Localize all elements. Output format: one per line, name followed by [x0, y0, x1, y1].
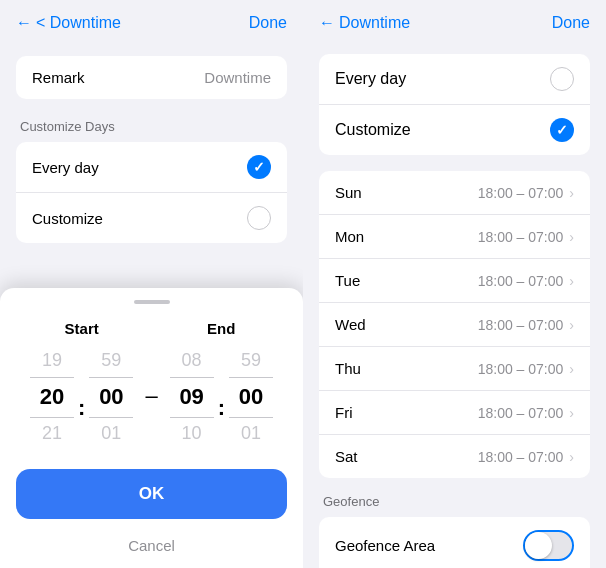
toggle-knob: [525, 532, 552, 559]
every-day-option-label: Every day: [335, 70, 406, 88]
sheet-handle: [134, 300, 170, 304]
day-label-wed: Wed: [335, 316, 375, 333]
day-time-tue: 18:00 – 07:00 ›: [478, 273, 574, 289]
chevron-right-icon: ›: [569, 229, 574, 245]
chevron-right-icon: ›: [569, 273, 574, 289]
every-day-check-icon: [247, 155, 271, 179]
left-back-arrow-icon: ←: [16, 14, 32, 32]
day-row-sat[interactable]: Sat 18:00 – 07:00 ›: [319, 435, 590, 478]
chevron-right-icon: ›: [569, 405, 574, 421]
end-label: End: [207, 320, 235, 337]
end-hour-selected[interactable]: 09: [170, 377, 214, 418]
remark-row[interactable]: Remark Downtime: [16, 56, 287, 99]
day-row-mon[interactable]: Mon 18:00 – 07:00 ›: [319, 215, 590, 259]
right-content: Every day Customize Sun 18:00 – 07:00 › …: [303, 46, 606, 568]
end-section: End 08 09 10 : 59 00 01: [170, 320, 273, 449]
start-min-column: 59 00 01: [89, 345, 133, 449]
geofence-section-label: Geofence: [319, 494, 590, 509]
days-group: Sun 18:00 – 07:00 › Mon 18:00 – 07:00 › …: [319, 171, 590, 478]
day-row-thu[interactable]: Thu 18:00 – 07:00 ›: [319, 347, 590, 391]
left-header: ← < Downtime Done: [0, 0, 303, 46]
day-row-sun[interactable]: Sun 18:00 – 07:00 ›: [319, 171, 590, 215]
end-min-below: 01: [241, 418, 261, 449]
customize-days-label: Customize Days: [16, 119, 287, 134]
end-colon: :: [214, 395, 229, 421]
chevron-right-icon: ›: [569, 185, 574, 201]
start-hour-selected[interactable]: 20: [30, 377, 74, 418]
customize-label: Customize: [32, 210, 103, 227]
day-time-mon: 18:00 – 07:00 ›: [478, 229, 574, 245]
day-label-tue: Tue: [335, 272, 375, 289]
left-back-button[interactable]: ← < Downtime: [16, 14, 121, 32]
day-label-sat: Sat: [335, 448, 375, 465]
customize-option[interactable]: Customize: [16, 193, 287, 243]
right-back-label: Downtime: [339, 14, 410, 32]
right-back-button[interactable]: ← Downtime: [319, 14, 410, 32]
start-label: Start: [65, 320, 99, 337]
every-day-label: Every day: [32, 159, 99, 176]
geofence-toggle[interactable]: [523, 530, 574, 561]
geofence-area-row: Geofence Area: [319, 517, 590, 568]
day-row-tue[interactable]: Tue 18:00 – 07:00 ›: [319, 259, 590, 303]
left-back-label: < Downtime: [36, 14, 121, 32]
day-label-thu: Thu: [335, 360, 375, 377]
cancel-button[interactable]: Cancel: [0, 527, 303, 568]
right-header: ← Downtime < Downtime Done: [303, 0, 606, 46]
customize-row[interactable]: Customize: [319, 105, 590, 155]
end-min-column: 59 00 01: [229, 345, 273, 449]
geofence-group: Geofence Area Turn on "Geofence Area" to…: [319, 517, 590, 568]
time-picker: Start 19 20 21 : 59 00 01 –: [0, 320, 303, 449]
chevron-right-icon: ›: [569, 317, 574, 333]
day-time-thu: 18:00 – 07:00 ›: [478, 361, 574, 377]
start-hour-below: 21: [42, 418, 62, 449]
day-label-fri: Fri: [335, 404, 375, 421]
geofence-area-label: Geofence Area: [335, 537, 435, 554]
chevron-right-icon: ›: [569, 361, 574, 377]
end-min-selected[interactable]: 00: [229, 377, 273, 418]
option-group: Every day Customize: [16, 142, 287, 243]
end-min-above: 59: [241, 345, 261, 376]
remark-value: Downtime: [204, 69, 271, 86]
every-day-row[interactable]: Every day: [319, 54, 590, 105]
day-time-sun: 18:00 – 07:00 ›: [478, 185, 574, 201]
chevron-right-icon: ›: [569, 449, 574, 465]
every-day-radio-icon: [550, 67, 574, 91]
day-row-fri[interactable]: Fri 18:00 – 07:00 ›: [319, 391, 590, 435]
customize-option-label: Customize: [335, 121, 411, 139]
start-hour-column: 19 20 21: [30, 345, 74, 449]
end-hour-below: 10: [182, 418, 202, 449]
start-min-selected[interactable]: 00: [89, 377, 133, 418]
day-label-mon: Mon: [335, 228, 375, 245]
day-row-wed[interactable]: Wed 18:00 – 07:00 ›: [319, 303, 590, 347]
start-colon: :: [74, 395, 89, 421]
start-hour-above: 19: [42, 345, 62, 376]
end-hour-column: 08 09 10: [170, 345, 214, 449]
left-content: Remark Downtime Customize Days Every day…: [0, 46, 303, 253]
customize-radio-icon: [550, 118, 574, 142]
left-done-button[interactable]: Done: [249, 14, 287, 32]
day-time-fri: 18:00 – 07:00 ›: [478, 405, 574, 421]
remark-label: Remark: [32, 69, 85, 86]
right-panel: ← Downtime < Downtime Done Every day Cus…: [303, 0, 606, 568]
start-min-above: 59: [101, 345, 121, 376]
start-min-below: 01: [101, 418, 121, 449]
time-picker-sheet: Start 19 20 21 : 59 00 01 –: [0, 288, 303, 568]
end-hour-above: 08: [182, 345, 202, 376]
ok-button[interactable]: OK: [16, 469, 287, 519]
day-time-wed: 18:00 – 07:00 ›: [478, 317, 574, 333]
right-done-button[interactable]: Done: [552, 14, 590, 32]
day-label-sun: Sun: [335, 184, 375, 201]
time-range-dash: –: [133, 383, 169, 409]
every-day-option[interactable]: Every day: [16, 142, 287, 193]
start-section: Start 19 20 21 : 59 00 01: [30, 320, 133, 449]
customize-check-icon: [247, 206, 271, 230]
top-options-group: Every day Customize: [319, 54, 590, 155]
day-time-sat: 18:00 – 07:00 ›: [478, 449, 574, 465]
right-back-arrow-icon: ←: [319, 14, 335, 32]
left-panel: ← < Downtime Done Remark Downtime Custom…: [0, 0, 303, 568]
